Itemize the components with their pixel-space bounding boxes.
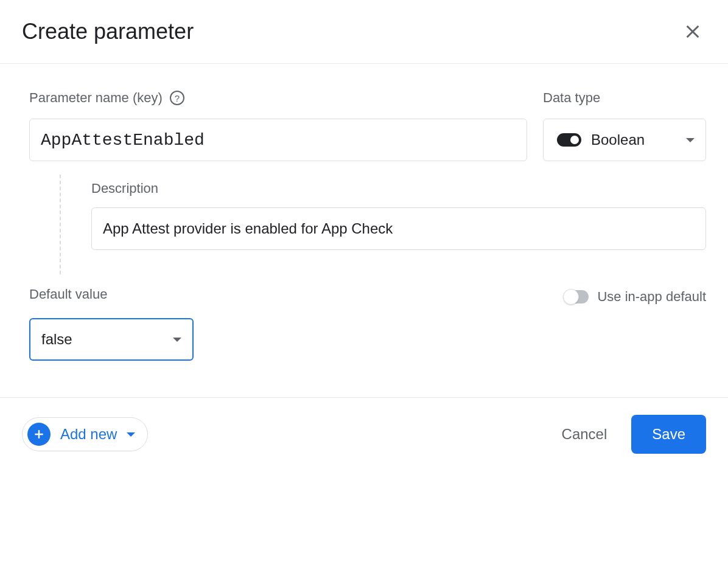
inapp-default-switch[interactable] bbox=[564, 290, 589, 304]
data-type-label-row: Data type bbox=[543, 88, 706, 108]
parameter-name-label: Parameter name (key) bbox=[29, 90, 163, 106]
dialog-footer: Add new Cancel Save bbox=[0, 397, 728, 471]
boolean-toggle-icon bbox=[557, 133, 581, 147]
default-value-select[interactable]: false bbox=[29, 318, 194, 361]
chevron-down-icon bbox=[173, 338, 181, 342]
parameter-name-group: Parameter name (key) ? bbox=[29, 88, 527, 161]
default-value-text: false bbox=[41, 331, 72, 348]
parameter-name-input[interactable] bbox=[29, 119, 527, 161]
data-type-group: Data type Boolean bbox=[543, 88, 706, 161]
top-field-row: Parameter name (key) ? Data type Boolean bbox=[29, 88, 706, 161]
description-section: Description bbox=[60, 175, 706, 274]
dialog-title: Create parameter bbox=[22, 19, 194, 44]
add-new-button[interactable]: Add new bbox=[22, 417, 148, 451]
help-icon[interactable]: ? bbox=[170, 91, 184, 105]
close-button[interactable] bbox=[679, 18, 706, 45]
description-input[interactable] bbox=[91, 207, 706, 250]
cancel-button[interactable]: Cancel bbox=[562, 426, 607, 443]
data-type-value: Boolean bbox=[591, 131, 645, 148]
inapp-default-label: Use in-app default bbox=[597, 289, 706, 305]
default-value-label: Default value bbox=[29, 286, 194, 302]
create-parameter-dialog: Create parameter Parameter name (key) ? … bbox=[0, 0, 728, 471]
chevron-down-icon bbox=[127, 432, 135, 437]
chevron-down-icon bbox=[686, 138, 695, 142]
description-label: Description bbox=[91, 175, 706, 196]
add-new-label: Add new bbox=[60, 426, 117, 443]
dialog-content: Parameter name (key) ? Data type Boolean bbox=[0, 64, 728, 397]
parameter-name-label-row: Parameter name (key) ? bbox=[29, 88, 527, 108]
data-type-select[interactable]: Boolean bbox=[543, 119, 706, 161]
dialog-header: Create parameter bbox=[0, 0, 728, 64]
data-type-select-content: Boolean bbox=[557, 131, 645, 148]
default-value-group: Default value false bbox=[29, 286, 194, 361]
footer-actions: Cancel Save bbox=[562, 415, 706, 454]
data-type-label: Data type bbox=[543, 90, 600, 106]
default-value-row: Default value false Use in-app default bbox=[29, 286, 706, 361]
close-icon bbox=[684, 23, 701, 40]
inapp-default-group: Use in-app default bbox=[564, 289, 706, 305]
save-button[interactable]: Save bbox=[631, 415, 706, 454]
plus-icon bbox=[27, 423, 51, 446]
